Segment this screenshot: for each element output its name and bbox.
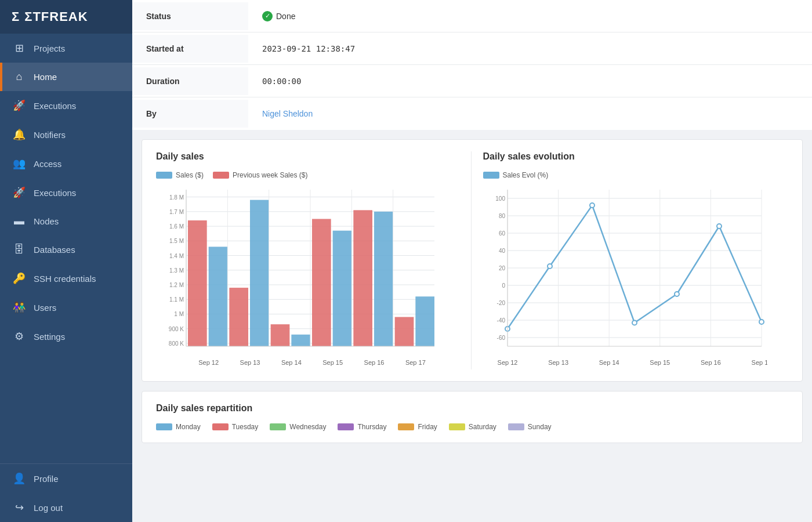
sidebar-label-ssh: SSH credentials	[34, 274, 96, 284]
svg-point-84	[759, 320, 764, 324]
legend-evol-label: Sales Evol (%)	[503, 171, 549, 179]
started-row: Started at 2023-09-21 12:38:47	[132, 32, 812, 65]
by-link: Nigel Sheldon	[262, 109, 313, 118]
legend-monday-label: Monday	[176, 423, 201, 431]
users-icon: 👫	[13, 301, 26, 314]
legend-sales-label: Sales ($)	[176, 171, 204, 179]
ssh-icon: 🔑	[13, 272, 26, 285]
sidebar-item-logout[interactable]: ↪ Log out	[0, 493, 132, 522]
svg-rect-26	[250, 200, 269, 346]
svg-text:Sep 17: Sep 17	[405, 359, 426, 366]
svg-text:Sep 14: Sep 14	[281, 359, 302, 366]
sidebar-label-nodes: Nodes	[34, 216, 59, 226]
svg-text:80: 80	[498, 213, 505, 219]
svg-rect-28	[271, 324, 290, 346]
sidebar-item-databases[interactable]: 🗄 Databases	[0, 235, 132, 264]
notifiers-icon: 🔔	[13, 128, 26, 141]
line-chart-svg: 100806040200-20-40-60Sep 12Sep 13Sep 14S…	[483, 184, 767, 369]
svg-text:20: 20	[498, 265, 505, 271]
svg-text:1.8 M: 1.8 M	[169, 194, 184, 201]
charts-row: Daily sales Sales ($) Previous week Sale…	[156, 151, 788, 369]
svg-text:Sep 13: Sep 13	[548, 359, 568, 366]
sidebar-label-notifiers: Notifiers	[34, 130, 66, 140]
svg-text:Sep 13: Sep 13	[240, 359, 260, 366]
legend-sales: Sales ($)	[156, 171, 204, 179]
sidebar-item-access[interactable]: 👥 Access	[0, 149, 132, 178]
sidebar-item-ssh[interactable]: 🔑 SSH credentials	[0, 264, 132, 293]
legend-friday-label: Friday	[418, 423, 437, 431]
svg-text:100: 100	[495, 195, 505, 202]
legend-sunday: Sunday	[508, 423, 552, 431]
daily-evol-chart-area: 100806040200-20-40-60Sep 12Sep 13Sep 14S…	[483, 184, 789, 369]
svg-text:-20: -20	[496, 300, 505, 306]
repartition-section: Daily sales repartition Monday Tuesday W…	[142, 391, 803, 443]
legend-thursday: Thursday	[338, 423, 386, 431]
charts-section: Daily sales Sales ($) Previous week Sale…	[142, 139, 803, 382]
projects-icon: ⊞	[13, 42, 26, 55]
sidebar-item-home[interactable]: ⌂ Home	[0, 63, 132, 91]
svg-rect-32	[333, 231, 352, 346]
svg-rect-35	[374, 212, 393, 346]
sidebar-item-projects[interactable]: ⊞ Projects	[0, 34, 132, 63]
legend-thursday-label: Thursday	[357, 423, 386, 431]
info-section: Status ✓ Done Started at 2023-09-21 12:3…	[132, 0, 812, 130]
sidebar-label-profile: Profile	[34, 474, 59, 484]
sidebar-item-nodes[interactable]: ▬ Nodes	[0, 207, 132, 235]
svg-text:60: 60	[498, 230, 505, 237]
logo-icon: Σ	[12, 9, 20, 24]
svg-text:Sep 17: Sep 17	[751, 359, 767, 366]
executions-top-icon: 🚀	[13, 99, 26, 112]
svg-rect-31	[312, 219, 331, 346]
sidebar-label-settings: Settings	[34, 332, 65, 342]
svg-text:Sep 14: Sep 14	[599, 359, 619, 366]
settings-icon: ⚙	[13, 330, 26, 343]
sidebar-label-logout: Log out	[34, 503, 63, 513]
svg-text:-40: -40	[496, 317, 505, 324]
svg-rect-37	[395, 317, 414, 346]
sidebar-item-notifiers[interactable]: 🔔 Notifiers	[0, 120, 132, 149]
logout-icon: ↪	[13, 501, 26, 514]
daily-sales-chart-area: 1.8 M1.7 M1.6 M1.5 M1.4 M1.3 M1.2 M1.1 M…	[156, 184, 462, 369]
legend-prev-label: Previous week Sales ($)	[233, 171, 307, 179]
sidebar-label-access: Access	[34, 159, 61, 169]
daily-evol-panel: Daily sales evolution Sales Evol (%) 100…	[471, 151, 789, 369]
sidebar-label-executions-bottom: Executions	[34, 188, 76, 198]
profile-icon: 👤	[13, 472, 26, 485]
access-icon: 👥	[13, 157, 26, 170]
sidebar-item-executions-top[interactable]: 🚀 Executions	[0, 91, 132, 120]
svg-text:1.3 M: 1.3 M	[169, 267, 184, 274]
svg-text:1.1 M: 1.1 M	[169, 296, 184, 303]
by-value[interactable]: Nigel Sheldon	[248, 100, 812, 128]
svg-text:0: 0	[502, 282, 505, 289]
svg-text:Sep 12: Sep 12	[198, 359, 219, 366]
legend-monday: Monday	[156, 423, 201, 431]
main-content: Status ✓ Done Started at 2023-09-21 12:3…	[132, 0, 812, 522]
legend-thursday-color	[338, 423, 354, 430]
status-text: Done	[276, 12, 295, 21]
svg-rect-22	[188, 220, 207, 346]
logo: Σ ΣTFREAK	[0, 0, 132, 34]
repartition-title: Daily sales repartition	[156, 403, 788, 414]
legend-sales-color	[156, 172, 172, 179]
sidebar-item-profile[interactable]: 👤 Profile	[0, 464, 132, 493]
daily-sales-legend: Sales ($) Previous week Sales ($)	[156, 171, 462, 179]
svg-point-82	[675, 292, 679, 296]
sidebar-item-executions-bottom[interactable]: 🚀 Executions	[0, 178, 132, 207]
sidebar-label-databases: Databases	[34, 245, 75, 255]
repartition-legend: Monday Tuesday Wednesday Thursday Friday…	[156, 423, 788, 431]
svg-rect-34	[353, 210, 372, 346]
by-row: By Nigel Sheldon	[132, 97, 812, 130]
svg-text:Sep 15: Sep 15	[650, 359, 670, 366]
svg-text:1 M: 1 M	[174, 311, 184, 317]
sidebar-label-home: Home	[34, 72, 57, 82]
nodes-icon: ▬	[13, 215, 26, 227]
sidebar-item-users[interactable]: 👫 Users	[0, 293, 132, 322]
status-row: Status ✓ Done	[132, 0, 812, 32]
legend-prev-sales: Previous week Sales ($)	[213, 171, 307, 179]
svg-text:1.4 M: 1.4 M	[169, 253, 184, 259]
started-value: 2023-09-21 12:38:47	[248, 35, 812, 63]
daily-sales-title: Daily sales	[156, 151, 462, 162]
svg-rect-29	[291, 335, 310, 346]
sidebar-item-settings[interactable]: ⚙ Settings	[0, 322, 132, 351]
legend-evol: Sales Evol (%)	[483, 171, 549, 179]
